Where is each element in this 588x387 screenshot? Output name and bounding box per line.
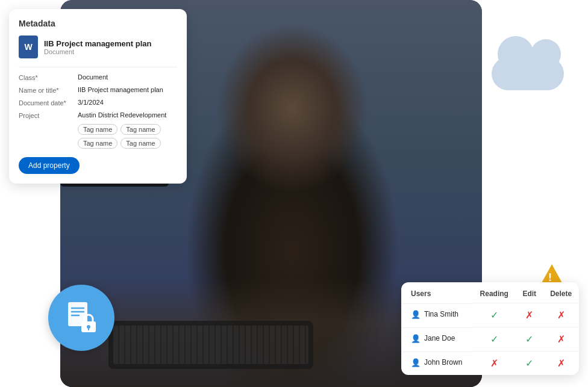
cross-icon: ✗ [525,310,533,320]
user-icon: 👤 [411,334,421,343]
user-name: Tina Smith [424,310,458,318]
meta-value-project: Austin District Redevelopment [78,111,166,119]
cross-icon: ✗ [490,358,498,368]
delete-cell-1: ✗ [543,327,579,351]
table-row: 👤John Brown✗✓✗ [401,351,579,376]
reading-cell-2: ✗ [472,351,516,376]
cross-icon: ✗ [557,310,565,320]
meta-row-name: Name or title* IIB Project management pl… [19,86,177,94]
doc-type: Document [44,48,151,55]
doc-title: IIB Project management plan [44,39,151,48]
doc-info: IIB Project management plan Document [44,39,151,55]
check-icon: ✓ [490,334,498,344]
user-name: Jane Doe [424,334,455,342]
delete-cell-0: ✗ [543,303,579,327]
user-cell-1: 👤Jane Doe [401,327,472,349]
edit-cell-1: ✓ [516,327,543,351]
tag-0: Tag name [78,124,117,135]
meta-label-date: Document date* [19,99,73,107]
word-icon: W [19,36,38,58]
tag-1: Tag name [120,124,160,135]
tag-2: Tag name [78,138,117,149]
col-header-reading: Reading [472,282,516,303]
meta-label-class: Class* [19,73,73,81]
cloud-decoration [486,36,570,90]
add-property-button[interactable]: Add property [19,157,80,174]
metadata-card-title: Metadata [19,19,177,28]
meta-value-date: 3/1/2024 [78,99,104,106]
meta-row-class: Class* Document [19,73,177,81]
user-icon: 👤 [411,310,421,319]
delete-cell-2: ✗ [543,351,579,376]
col-header-delete: Delete [543,282,579,303]
table-row: 👤Jane Doe✓✓✗ [401,327,579,351]
col-header-edit: Edit [516,282,543,303]
col-header-users: Users [401,282,472,303]
check-icon: ✓ [490,310,498,320]
tag-3: Tag name [120,138,160,149]
keyboard [108,321,313,369]
user-cell-2: 👤John Brown [401,351,472,373]
permissions-card: Users Reading Edit Delete 👤Tina Smith✓✗✗… [401,282,579,375]
table-row: 👤Tina Smith✓✗✗ [401,303,579,327]
check-icon: ✓ [525,358,533,368]
reading-cell-1: ✓ [472,327,516,351]
divider [19,67,177,67]
meta-label-project: Project [19,111,73,119]
doc-lock-icon [63,300,99,336]
edit-cell-0: ✗ [516,303,543,327]
meta-label-name: Name or title* [19,86,73,94]
meta-value-class: Document [78,73,108,81]
edit-cell-2: ✓ [516,351,543,376]
tag-container: Tag name Tag name Tag name Tag name [78,124,177,149]
reading-cell-0: ✓ [472,303,516,327]
user-name: John Brown [424,358,462,367]
doc-lock-circle [48,285,114,351]
meta-row-project: Project Austin District Redevelopment [19,111,177,119]
doc-header: W IIB Project management plan Document [19,36,177,58]
meta-value-name: IIB Project management plan [78,86,163,93]
user-cell-0: 👤Tina Smith [401,303,472,325]
meta-row-date: Document date* 3/1/2024 [19,99,177,107]
user-icon: 👤 [411,358,421,367]
permissions-table: Users Reading Edit Delete 👤Tina Smith✓✗✗… [401,282,579,375]
check-icon: ✓ [525,334,533,344]
metadata-card: Metadata W IIB Project management plan D… [9,9,187,184]
cross-icon: ✗ [557,358,565,368]
cross-icon: ✗ [557,334,565,344]
